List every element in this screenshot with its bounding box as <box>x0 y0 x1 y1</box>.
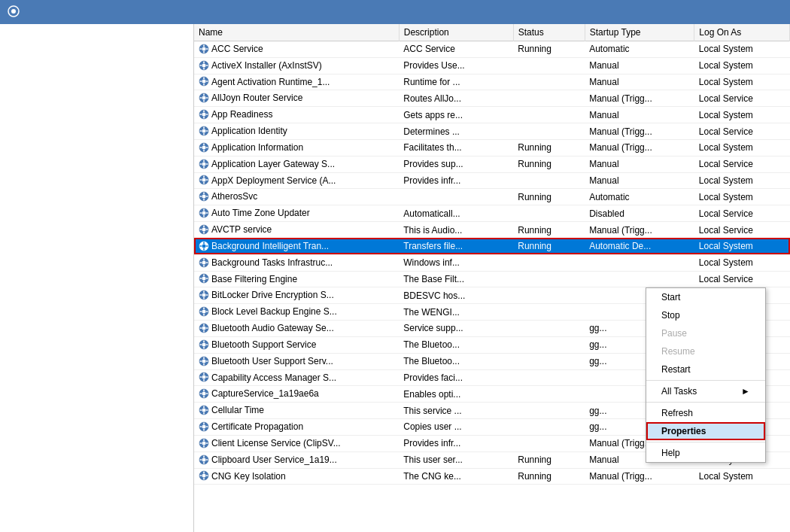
table-row[interactable]: ActiveX Installer (AxInstSV)Provides Use… <box>194 57 790 74</box>
context-menu-item-stop[interactable]: Stop <box>646 306 765 324</box>
svg-rect-119 <box>203 363 205 366</box>
svg-rect-151 <box>206 442 208 444</box>
service-status-cell <box>513 435 585 451</box>
table-row[interactable]: Application InformationFacilitates th...… <box>194 139 790 156</box>
svg-rect-95 <box>203 297 205 299</box>
service-icon <box>199 323 209 333</box>
svg-point-81 <box>202 260 206 264</box>
context-menu-item-resume: Resume <box>646 342 765 360</box>
service-status-cell <box>513 403 585 419</box>
svg-rect-10 <box>203 61 205 63</box>
svg-rect-155 <box>203 462 205 464</box>
table-row[interactable]: Auto Time Zone UpdaterAutomaticall...Dis… <box>194 205 790 222</box>
service-desc-cell: Routes AllJo... <box>399 90 513 107</box>
svg-rect-91 <box>206 278 208 280</box>
svg-rect-121 <box>206 360 208 362</box>
service-icon <box>199 175 209 185</box>
service-name-cell: Bluetooth Support Service <box>194 336 399 353</box>
svg-rect-30 <box>200 114 202 115</box>
svg-rect-106 <box>203 324 205 326</box>
service-icon <box>199 405 209 415</box>
table-row[interactable]: AllJoyn Router ServiceRoutes AllJo...Man… <box>194 90 790 107</box>
context-menu-item-help[interactable]: Help <box>646 444 765 462</box>
col-header-status[interactable]: Status <box>513 24 585 41</box>
table-row[interactable]: Application Layer Gateway S...Provides s… <box>194 156 790 172</box>
svg-rect-25 <box>206 98 208 99</box>
table-header: Name Description Status Startup Type Log… <box>194 24 790 41</box>
svg-rect-108 <box>200 327 202 329</box>
service-logon-cell: Local Service <box>694 222 790 239</box>
svg-rect-113 <box>203 347 205 349</box>
table-row[interactable]: AVCTP serviceThis is Audio...RunningManu… <box>194 222 790 239</box>
service-icon <box>199 76 209 87</box>
table-row[interactable]: Background Intelligent Tran...Transfers … <box>194 238 790 254</box>
svg-point-39 <box>202 145 206 149</box>
service-desc-cell: Enables opti... <box>399 386 513 403</box>
service-logon-cell: Local Service <box>694 90 790 107</box>
svg-point-27 <box>202 113 206 117</box>
svg-point-117 <box>202 359 206 363</box>
svg-rect-102 <box>200 311 202 312</box>
service-name-cell: Bluetooth User Support Serv... <box>194 353 399 369</box>
col-header-logon[interactable]: Log On As <box>694 24 790 41</box>
service-desc-cell: The CNG ke... <box>399 468 513 485</box>
svg-rect-48 <box>200 163 202 165</box>
col-header-name[interactable]: Name <box>194 24 399 41</box>
table-row[interactable]: Background Tasks Infrastruc...Windows in… <box>194 254 790 271</box>
table-row[interactable]: Base Filtering EngineThe Base Filt...Loc… <box>194 271 790 287</box>
table-row[interactable]: App ReadinessGets apps re...ManualLocal … <box>194 107 790 123</box>
context-menu-item-restart[interactable]: Restart <box>646 360 765 378</box>
service-name-cell: ActiveX Installer (AxInstSV) <box>194 57 399 74</box>
svg-rect-101 <box>203 314 205 316</box>
service-desc-cell: Gets apps re... <box>399 107 513 123</box>
service-icon <box>199 126 209 136</box>
context-menu-item-all-tasks[interactable]: All Tasks► <box>646 382 765 400</box>
svg-rect-127 <box>206 377 208 378</box>
col-header-desc[interactable]: Description <box>399 24 513 41</box>
service-startup-cell: Manual <box>585 57 694 74</box>
svg-rect-148 <box>203 439 205 441</box>
service-startup-cell: Manual (Trigg... <box>585 90 694 107</box>
service-status-cell: Running <box>513 41 585 58</box>
svg-rect-31 <box>206 114 208 115</box>
service-logon-cell: Local Service <box>694 123 790 140</box>
svg-rect-18 <box>200 81 202 83</box>
service-icon <box>199 372 209 382</box>
service-name-cell: AVCTP service <box>194 222 399 239</box>
service-icon <box>199 191 209 202</box>
svg-point-159 <box>202 474 206 478</box>
context-menu-item-refresh[interactable]: Refresh <box>646 404 765 422</box>
service-startup-cell: Manual <box>585 156 694 172</box>
svg-rect-13 <box>206 65 208 66</box>
svg-rect-124 <box>203 373 205 375</box>
svg-rect-49 <box>206 163 208 165</box>
main-container: Name Description Status Startup Type Log… <box>0 24 790 532</box>
service-desc-cell: The WENGI... <box>399 304 513 321</box>
table-row[interactable]: AppX Deployment Service (A...Provides in… <box>194 172 790 189</box>
table-row[interactable]: ACC ServiceACC ServiceRunningAutomaticLo… <box>194 41 790 58</box>
table-row[interactable]: Application IdentityDetermines ...Manual… <box>194 123 790 140</box>
svg-rect-163 <box>206 476 208 477</box>
context-menu-item-pause: Pause <box>646 324 765 342</box>
context-menu-item-properties[interactable]: Properties <box>646 422 765 440</box>
service-name-cell: Agent Activation Runtime_1... <box>194 74 399 90</box>
service-name-cell: ACC Service <box>194 41 399 58</box>
svg-rect-90 <box>200 278 202 280</box>
svg-rect-70 <box>203 225 205 227</box>
svg-rect-35 <box>203 133 205 135</box>
service-status-cell: Running <box>513 189 585 205</box>
table-row[interactable]: Agent Activation Runtime_1...Runtime for… <box>194 74 790 90</box>
svg-rect-154 <box>203 455 205 458</box>
svg-point-51 <box>202 178 206 182</box>
service-desc-cell: Determines ... <box>399 123 513 140</box>
context-menu-item-start[interactable]: Start <box>646 288 765 306</box>
table-row[interactable]: AtherosSvcRunningAutomaticLocal System <box>194 189 790 205</box>
svg-rect-78 <box>200 245 202 247</box>
title-bar <box>0 0 790 24</box>
service-status-cell <box>513 205 585 222</box>
service-desc-cell <box>399 189 513 205</box>
service-name-cell: App Readiness <box>194 107 399 123</box>
table-row[interactable]: CNG Key IsolationThe CNG ke...RunningMan… <box>194 468 790 485</box>
svg-rect-109 <box>206 327 208 329</box>
col-header-startup[interactable]: Startup Type <box>585 24 694 41</box>
